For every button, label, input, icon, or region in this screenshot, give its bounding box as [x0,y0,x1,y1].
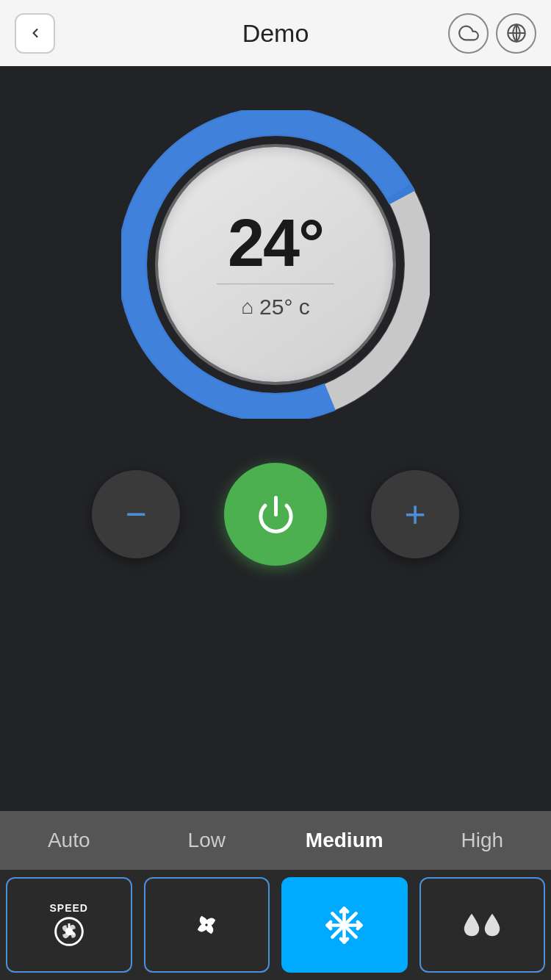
home-temperature: ⌂ 25° c [241,295,310,320]
cloud-icon-button[interactable] [448,13,489,54]
water-drop-icon-left [464,912,480,937]
app-header: Demo [0,0,551,66]
svg-line-23 [328,925,331,929]
svg-line-25 [358,925,361,929]
mode-button-water[interactable] [419,877,546,973]
increase-button[interactable]: + [371,470,459,558]
speed-option-auto[interactable]: Auto [0,811,138,870]
water-drops [464,912,500,937]
header-actions [448,13,536,54]
fan-icon [188,907,225,943]
minus-symbol: − [125,496,146,533]
fan-speed-bar: Auto Low Medium High [0,811,551,870]
snowflake-icon [324,905,364,945]
speed-option-low[interactable]: Low [138,811,276,870]
controls-row: − + [92,463,459,566]
svg-line-19 [345,908,348,912]
mode-button-fan[interactable] [144,877,270,973]
thermostat-dial[interactable]: 24° ⌂ 25° c [121,110,430,419]
speed-option-medium[interactable]: Medium [276,811,414,870]
svg-point-13 [204,923,209,927]
plus-symbol: + [404,496,425,533]
mode-button-cool[interactable] [281,877,408,973]
location-icon-button[interactable] [496,13,536,54]
decrease-button[interactable]: − [92,470,180,558]
svg-point-12 [66,929,71,934]
main-content: 24° ⌂ 25° c − + Auto Lo [0,66,551,980]
mode-bar: SPEED [0,870,551,980]
home-icon: ⌂ [241,295,253,319]
page-title: Demo [242,19,309,48]
temp-divider [217,284,334,284]
svg-line-21 [345,938,348,942]
speed-option-high[interactable]: High [414,811,552,870]
set-temperature: 24° [228,210,323,276]
water-drop-icon-right [484,912,500,937]
dial-face: 24° ⌂ 25° c [158,147,393,382]
mode-button-speed[interactable]: SPEED [6,877,132,973]
back-button[interactable] [15,13,55,54]
power-button[interactable] [224,463,327,566]
